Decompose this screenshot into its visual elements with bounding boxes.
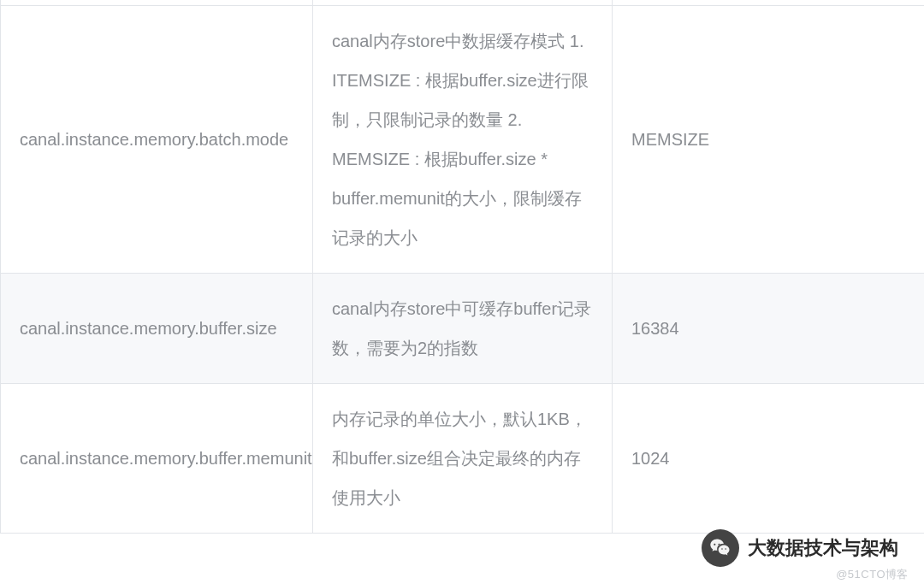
config-default: 1024 [613, 383, 925, 533]
config-desc: canal内存store中数据缓存模式 1. ITEMSIZE : 根据buff… [313, 5, 613, 273]
table-row: canal.instance.memory.buffer.memunit 内存记… [1, 383, 925, 533]
config-desc: 内存记录的单位大小，默认1KB，和buffer.size组合决定最终的内存使用大… [313, 383, 613, 533]
config-desc: canal内存store中可缓存buffer记录数，需要为2的指数 [313, 273, 613, 383]
config-key: canal.instance.memory.buffer.size [1, 273, 313, 383]
config-key: canal.instance.memory.batch.mode [1, 5, 313, 273]
wechat-label: 大数据技术与架构 [748, 535, 898, 561]
config-default: 16384 [613, 273, 925, 383]
watermark: @51CTO博客 [836, 567, 909, 582]
table-row: canal.instance.memory.buffer.size canal内… [1, 273, 925, 383]
config-default: MEMSIZE [613, 5, 925, 273]
wechat-badge: 大数据技术与架构 [702, 529, 898, 567]
config-table: canal.instance.memory.batch.mode canal内存… [0, 0, 924, 534]
table-row: canal.instance.memory.batch.mode canal内存… [1, 5, 925, 273]
wechat-icon [702, 529, 739, 567]
config-key: canal.instance.memory.buffer.memunit [1, 383, 313, 533]
